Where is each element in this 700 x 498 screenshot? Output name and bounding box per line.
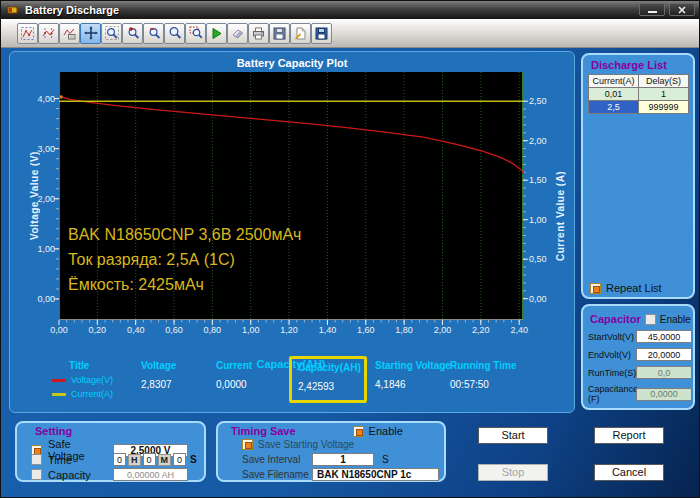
tick-x-label: 0,60: [157, 325, 191, 335]
plot-area[interactable]: BAK N18650CNP 3,6В 2500мАчТок разряда: 2…: [59, 72, 523, 320]
endvolt-input[interactable]: [636, 348, 692, 361]
save-starting-voltage-checkbox[interactable]: [242, 439, 253, 450]
close-icon: [678, 6, 686, 14]
stat-running-time-value: 00:57:50: [450, 379, 542, 390]
tick-x-label: 1,00: [234, 325, 268, 335]
legend-item-voltage: Voltage(V): [52, 375, 147, 385]
time-checkbox[interactable]: [31, 454, 42, 465]
print-button[interactable]: [248, 23, 269, 44]
time-row: Time H M S: [31, 453, 197, 466]
report-new-icon: [294, 27, 307, 40]
capacitance-label: Capacitance (F): [588, 384, 636, 404]
chart-title: Battery Capacity Plot: [10, 57, 574, 69]
chart-annotation-line: Ёмкость: 2425мАч: [68, 272, 301, 297]
stat-capacity-highlighted: Capacity(AH) 2,42593: [289, 356, 367, 403]
capacitance-field: [636, 388, 692, 401]
tick-x-label: 0,20: [80, 325, 114, 335]
repeat-list-checkbox[interactable]: [590, 283, 601, 294]
discharge-col-header: Delay(S): [639, 75, 689, 88]
hours-unit-chip: H: [128, 454, 141, 466]
discharge-row[interactable]: 0,011: [589, 88, 689, 101]
stat-running-time-label: Running Time: [450, 360, 542, 371]
pan-icon: [84, 26, 98, 40]
stat-running-time: Running Time 00:57:50: [450, 360, 542, 390]
time-seconds-input[interactable]: [173, 453, 186, 466]
save-filename-input[interactable]: [312, 468, 439, 481]
close-button[interactable]: [669, 3, 695, 16]
zoom-dynamic-button[interactable]: [101, 23, 122, 44]
capacity-label: Capacity: [48, 469, 104, 481]
zoom-out-button[interactable]: [143, 23, 164, 44]
curve-nodes-icon: [42, 27, 55, 40]
discharge-table[interactable]: Current(A)Delay(S)0,0112,5999999: [588, 74, 689, 114]
time-hours-input[interactable]: [113, 453, 126, 466]
legend-title: Title: [69, 360, 147, 371]
startvolt-label: StartVolt(V): [588, 332, 636, 342]
save-starting-voltage-label: Save Starting Voltage: [258, 439, 354, 450]
discharge-cell[interactable]: 999999: [639, 101, 689, 114]
save-data-button[interactable]: [311, 23, 332, 44]
report-new-button[interactable]: [290, 23, 311, 44]
tick-x-label: 2,00: [425, 325, 459, 335]
capacity-checkbox[interactable]: [31, 469, 42, 480]
curve-legend-button[interactable]: [59, 23, 80, 44]
tick-x-label: 0,40: [119, 325, 153, 335]
battery-discharge-window: Battery Discharge: [0, 0, 700, 498]
save-interval-label: Save Interval: [242, 454, 312, 465]
curve-edit-button[interactable]: [17, 23, 38, 44]
title-bar[interactable]: Battery Discharge: [1, 1, 700, 19]
zoom-in-button[interactable]: [122, 23, 143, 44]
save-button[interactable]: [269, 23, 290, 44]
chart-annotation-line: Ток разряда: 2,5А (1С): [68, 247, 301, 272]
capacity-row: Capacity: [31, 468, 188, 481]
save-filename-label: Save Filename: [242, 469, 312, 480]
runtime-field: [636, 366, 692, 379]
start-button[interactable]: Start: [478, 427, 548, 444]
timing-save-enable-label: Enable: [369, 425, 403, 437]
zoom-window-button[interactable]: [164, 23, 185, 44]
time-minutes-input[interactable]: [143, 453, 156, 466]
legend: Title Voltage(V) Current(A): [52, 360, 147, 399]
capacity-input[interactable]: [113, 468, 188, 481]
pan-button[interactable]: [80, 23, 101, 44]
runtime-label: RunTime(S): [588, 368, 636, 378]
discharge-row[interactable]: 2,5999999: [589, 101, 689, 114]
tick-x-label: 2,40: [502, 325, 536, 335]
runtime-row: RunTime(S): [588, 366, 692, 379]
capacitor-enable-label: Enable: [660, 314, 691, 325]
report-button[interactable]: Report: [594, 427, 664, 444]
timing-save-enable-checkbox[interactable]: [353, 426, 364, 437]
save-interval-input[interactable]: [312, 453, 374, 466]
tick-x-label: 1,60: [349, 325, 383, 335]
chart-annotation: BAK N18650CNP 3,6В 2500мАчТок разряда: 2…: [68, 222, 301, 297]
discharge-list-panel: Discharge List Current(A)Delay(S)0,0112,…: [581, 53, 695, 299]
startvolt-input[interactable]: [636, 330, 692, 343]
stat-capacity-value: 2,42593: [298, 381, 364, 392]
curve-nodes-button[interactable]: [38, 23, 59, 44]
zoom-region-button[interactable]: [185, 23, 206, 44]
setting-title: Setting: [35, 425, 72, 437]
save-filename-row: Save Filename: [242, 468, 439, 481]
discharge-col-header: Current(A): [589, 75, 639, 88]
stop-button[interactable]: Stop: [478, 464, 548, 481]
discharge-cell[interactable]: 1: [639, 88, 689, 101]
timing-save-title: Timing Save: [231, 425, 296, 437]
chart-panel: Battery Capacity Plot BAK N18650CNP 3,6В…: [9, 51, 575, 413]
minutes-unit-chip: M: [158, 454, 172, 466]
capacitor-enable-checkbox[interactable]: [645, 314, 656, 325]
discharge-cell[interactable]: 0,01: [589, 88, 639, 101]
tick-x-label: 0,80: [195, 325, 229, 335]
startvolt-row: StartVolt(V): [588, 330, 692, 343]
save-icon: [273, 27, 286, 40]
minimize-icon: [648, 11, 657, 13]
cancel-button[interactable]: Cancel: [594, 464, 664, 481]
minimize-button[interactable]: [639, 3, 665, 16]
repeat-list-label: Repeat List: [606, 282, 662, 294]
tick-x-label: 2,20: [464, 325, 498, 335]
erase-button[interactable]: [227, 23, 248, 44]
chart-annotation-line: BAK N18650CNP 3,6В 2500мАч: [68, 222, 301, 247]
curve-edit-icon: [21, 27, 34, 40]
left-axis-title: Voltage Value (V): [29, 116, 40, 276]
discharge-cell[interactable]: 2,5: [589, 101, 639, 114]
run-button[interactable]: [206, 23, 227, 44]
